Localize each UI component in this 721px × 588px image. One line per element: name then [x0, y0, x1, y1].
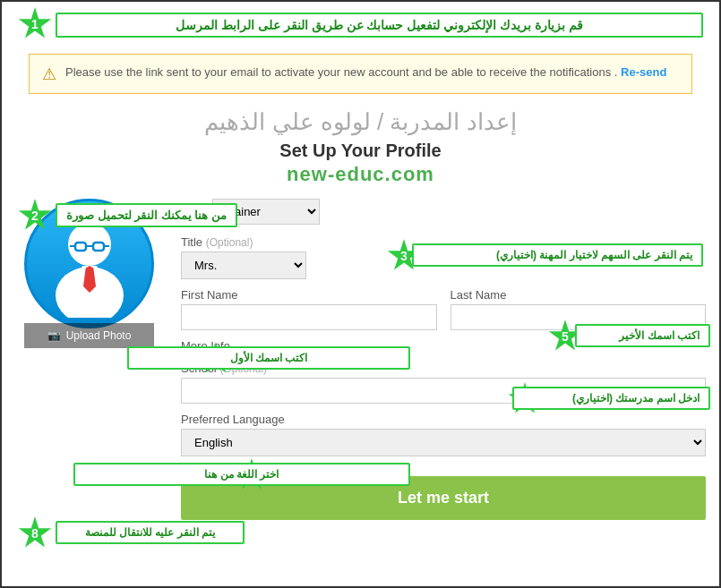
callout-6: ادخل اسم مدرستك (اختياري) — [512, 387, 710, 410]
callout-8: يتم النقر عليه للانتقال للمنصة — [56, 521, 245, 544]
callout-4: اكتب اسمك الأول — [127, 346, 410, 370]
iam-row: I am Trainer Trainee Teacher Student — [181, 199, 706, 225]
resend-link[interactable]: Re-send — [621, 65, 666, 79]
callout-5: اكتب اسمك الأخير — [575, 324, 710, 347]
first-name-col: First Name — [181, 288, 437, 330]
info-banner: ⚠ Please use the link sent to your email… — [29, 54, 692, 94]
callout-3: يتم النقر على السهم لاختيار المهنة (اختي… — [412, 243, 703, 267]
first-name-input[interactable] — [181, 304, 437, 330]
callout-2: من هنا يمكنك النقر لتحميل صورة — [56, 203, 237, 227]
upload-photo-button[interactable]: 📷 Upload Photo — [24, 323, 154, 348]
arabic-title: إعداد المدربة / لولوه علي الذهيم — [15, 108, 706, 136]
last-name-label: Last Name — [451, 288, 707, 302]
info-banner-text: Please use the link sent to your email t… — [65, 64, 666, 81]
first-name-label: First Name — [181, 288, 437, 302]
site-brand: new-educ.com — [15, 163, 706, 186]
lang-label: Preferred Language — [181, 413, 706, 426]
title-optional: (Optional) — [206, 236, 253, 249]
title-select[interactable]: Mrs. Mr. Dr. Prof. — [181, 251, 306, 279]
lang-select[interactable]: English Arabic French — [181, 429, 706, 456]
info-icon: ⚠ — [42, 64, 56, 84]
lang-row: Preferred Language English Arabic French — [181, 413, 706, 456]
callout-7: اختر اللغة من هنا — [73, 463, 410, 486]
camera-icon: 📷 — [47, 329, 61, 342]
profile-title: Set Up Your Profile — [15, 141, 706, 161]
badge-1: 1 — [18, 7, 52, 41]
callout-1: قم بزيارة بريدك الإلكتروني لتفعيل حسابك … — [56, 13, 703, 38]
